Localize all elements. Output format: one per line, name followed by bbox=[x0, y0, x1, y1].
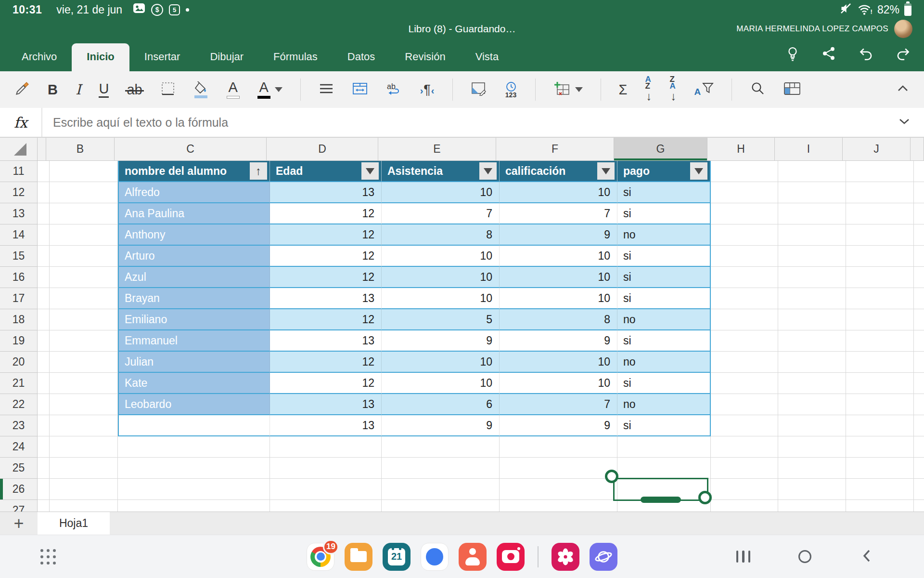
cell-E17[interactable]: 10 bbox=[382, 288, 500, 309]
sort-filter-button[interactable]: A bbox=[694, 82, 714, 97]
cell-G21[interactable]: si bbox=[617, 373, 711, 394]
cell-D14[interactable]: 12 bbox=[270, 224, 382, 246]
calendar-app-icon[interactable]: 21 bbox=[383, 543, 411, 571]
row-header-16[interactable]: 16 bbox=[0, 267, 38, 288]
cell-x25[interactable] bbox=[38, 458, 50, 479]
column-header-i[interactable]: I bbox=[775, 138, 843, 161]
cell-J11[interactable] bbox=[846, 161, 914, 182]
format-painter-button[interactable] bbox=[13, 80, 30, 99]
cell-x21[interactable] bbox=[914, 373, 924, 394]
cell-C19[interactable]: Emmanuel bbox=[118, 330, 270, 352]
cell-J20[interactable] bbox=[846, 352, 914, 373]
column-header-f[interactable]: F bbox=[496, 138, 614, 161]
cell-D17[interactable]: 13 bbox=[270, 288, 382, 309]
cell-I14[interactable] bbox=[778, 224, 846, 246]
cell-B12[interactable] bbox=[50, 182, 118, 203]
cell-G13[interactable]: si bbox=[617, 203, 711, 224]
cell-I17[interactable] bbox=[778, 288, 846, 309]
cell-x20[interactable] bbox=[38, 352, 50, 373]
cell-styles-button[interactable] bbox=[783, 81, 801, 98]
cell-D16[interactable]: 12 bbox=[270, 267, 382, 288]
filter-dropdown-icon[interactable] bbox=[479, 162, 497, 180]
cell-H24[interactable] bbox=[711, 436, 778, 458]
fill-color-button[interactable] bbox=[193, 81, 209, 98]
cell-C15[interactable]: Arturo bbox=[118, 246, 270, 267]
cell-G11[interactable]: pago bbox=[617, 161, 711, 182]
cell-I18[interactable] bbox=[778, 309, 846, 330]
cell-D27[interactable] bbox=[270, 500, 382, 512]
cell-I20[interactable] bbox=[778, 352, 846, 373]
cell-G24[interactable] bbox=[617, 436, 711, 458]
cell-I12[interactable] bbox=[778, 182, 846, 203]
cell-x24[interactable] bbox=[914, 436, 924, 458]
align-button[interactable] bbox=[319, 82, 334, 97]
cell-x20[interactable] bbox=[914, 352, 924, 373]
cell-x12[interactable] bbox=[914, 182, 924, 203]
cell-F21[interactable]: 10 bbox=[500, 373, 617, 394]
cell-H20[interactable] bbox=[711, 352, 778, 373]
user-avatar[interactable] bbox=[894, 20, 912, 38]
cell-D26[interactable] bbox=[270, 479, 382, 500]
cell-J12[interactable] bbox=[846, 182, 914, 203]
wrap-text-button[interactable]: ab bbox=[386, 81, 402, 98]
back-button[interactable] bbox=[860, 548, 874, 565]
underline-button[interactable]: U bbox=[99, 82, 109, 98]
cell-F24[interactable] bbox=[500, 436, 617, 458]
cell-x15[interactable] bbox=[38, 246, 50, 267]
cell-x22[interactable] bbox=[914, 394, 924, 415]
cell-F18[interactable]: 8 bbox=[500, 309, 617, 330]
cell-J18[interactable] bbox=[846, 309, 914, 330]
cell-x27[interactable] bbox=[914, 500, 924, 512]
cell-G14[interactable]: no bbox=[617, 224, 711, 246]
fx-icon[interactable]: fx bbox=[0, 108, 42, 137]
cell-x11[interactable] bbox=[38, 161, 50, 182]
share-icon[interactable] bbox=[821, 46, 836, 61]
cell-G15[interactable]: si bbox=[617, 246, 711, 267]
sort-ascending-header-icon[interactable]: ↑ bbox=[250, 162, 267, 180]
cell-F12[interactable]: 10 bbox=[500, 182, 617, 203]
cell-F17[interactable]: 10 bbox=[500, 288, 617, 309]
cell-B11[interactable] bbox=[50, 161, 118, 182]
column-header-b[interactable]: B bbox=[46, 138, 115, 161]
cell-J24[interactable] bbox=[846, 436, 914, 458]
cell-x17[interactable] bbox=[38, 288, 50, 309]
cell-H21[interactable] bbox=[711, 373, 778, 394]
cell-H11[interactable] bbox=[711, 161, 778, 182]
cell-B19[interactable] bbox=[50, 330, 118, 352]
row-header-14[interactable]: 14 bbox=[0, 224, 38, 246]
redo-icon[interactable] bbox=[895, 45, 911, 62]
cell-J23[interactable] bbox=[846, 415, 914, 436]
row-header-27[interactable]: 27 bbox=[0, 500, 38, 512]
cell-B16[interactable] bbox=[50, 267, 118, 288]
cell-C21[interactable]: Kate bbox=[118, 373, 270, 394]
cell-E21[interactable]: 10 bbox=[382, 373, 500, 394]
column-header-g[interactable]: G bbox=[614, 138, 707, 161]
cell-F11[interactable]: calificación bbox=[500, 161, 617, 182]
ribbon-tab-fórmulas[interactable]: Fórmulas bbox=[258, 43, 333, 71]
cell-C13[interactable]: Ana Paulina bbox=[118, 203, 270, 224]
cell-D19[interactable]: 13 bbox=[270, 330, 382, 352]
ribbon-tab-insertar[interactable]: Insertar bbox=[129, 43, 195, 71]
cell-E23[interactable]: 9 bbox=[382, 415, 500, 436]
cell-J19[interactable] bbox=[846, 330, 914, 352]
cell-D22[interactable]: 13 bbox=[270, 394, 382, 415]
cell-E24[interactable] bbox=[382, 436, 500, 458]
column-header-h[interactable]: H bbox=[707, 138, 775, 161]
cell-D23[interactable]: 13 bbox=[270, 415, 382, 436]
find-button[interactable] bbox=[750, 81, 765, 98]
cell-I15[interactable] bbox=[778, 246, 846, 267]
cell-B18[interactable] bbox=[50, 309, 118, 330]
cell-E12[interactable]: 10 bbox=[382, 182, 500, 203]
cell-J13[interactable] bbox=[846, 203, 914, 224]
formula-expand-chevron-icon[interactable] bbox=[897, 117, 911, 128]
cell-H13[interactable] bbox=[711, 203, 778, 224]
cell-I11[interactable] bbox=[778, 161, 846, 182]
cell-F14[interactable]: 9 bbox=[500, 224, 617, 246]
column-header-blank[interactable] bbox=[38, 138, 46, 161]
cell-x16[interactable] bbox=[38, 267, 50, 288]
cell-G27[interactable] bbox=[617, 500, 711, 512]
cell-H23[interactable] bbox=[711, 415, 778, 436]
files-app-icon[interactable] bbox=[345, 543, 372, 571]
cell-F15[interactable]: 10 bbox=[500, 246, 617, 267]
sort-ascending-button[interactable]: AZ↓ bbox=[645, 76, 652, 103]
